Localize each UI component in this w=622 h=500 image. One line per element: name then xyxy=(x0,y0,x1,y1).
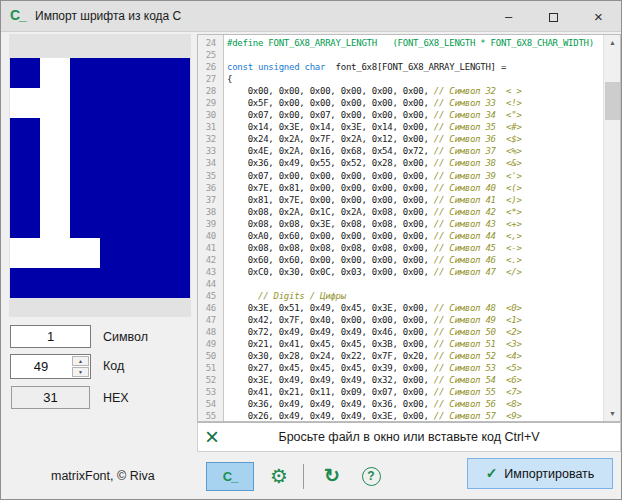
window-title: Импорт шрифта из кода C xyxy=(35,9,181,23)
code-line[interactable]: 33 0x4E, 0x2A, 0x16, 0x68, 0x54, 0x72, /… xyxy=(198,145,620,157)
pixel-cell xyxy=(10,238,40,268)
pixel-cell xyxy=(40,238,70,268)
glyph-pixel-grid xyxy=(10,58,190,298)
code-line[interactable]: 31 0x14, 0x3E, 0x14, 0x3E, 0x14, 0x00, /… xyxy=(198,121,620,133)
code-line[interactable]: 53 0x41, 0x21, 0x11, 0x09, 0x07, 0x00, /… xyxy=(198,386,620,398)
code-line[interactable]: 44 xyxy=(198,278,620,290)
code-line[interactable]: 28 0x00, 0x00, 0x00, 0x00, 0x00, 0x00, /… xyxy=(198,85,620,97)
code-line[interactable]: 24#define FONT_6X8_ARRAY_LENGTH (FONT_6X… xyxy=(198,37,620,49)
line-content: 0x27, 0x45, 0x45, 0x45, 0x39, 0x00, // С… xyxy=(220,362,522,374)
code-line[interactable]: 34 0x36, 0x49, 0x55, 0x52, 0x28, 0x00, /… xyxy=(198,157,620,169)
code-line[interactable]: 43 0xC0, 0x30, 0x0C, 0x03, 0x00, 0x00, /… xyxy=(198,266,620,278)
code-line[interactable]: 41 0x08, 0x08, 0x08, 0x08, 0x08, 0x00, /… xyxy=(198,242,620,254)
scroll-down-arrow[interactable]: ▼ xyxy=(604,406,621,421)
code-line[interactable]: 46 0x3E, 0x51, 0x49, 0x45, 0x3E, 0x00, /… xyxy=(198,302,620,314)
line-number: 39 xyxy=(198,218,220,230)
line-number: 36 xyxy=(198,182,220,194)
pixel-cell xyxy=(100,178,130,208)
line-content: 0x36, 0x49, 0x49, 0x49, 0x36, 0x00, // С… xyxy=(220,398,522,410)
pixel-cell xyxy=(10,208,40,238)
code-line[interactable]: 55 0x26, 0x49, 0x49, 0x49, 0x3E, 0x00, /… xyxy=(198,410,620,422)
maximize-button[interactable] xyxy=(531,1,576,32)
close-button[interactable]: × xyxy=(576,1,621,32)
refresh-icon[interactable]: ↻ xyxy=(318,462,346,491)
line-number: 44 xyxy=(198,278,220,290)
code-line[interactable]: 49 0x21, 0x41, 0x45, 0x45, 0x3B, 0x00, /… xyxy=(198,338,620,350)
settings-gear-icon[interactable]: ⚙ xyxy=(265,462,293,491)
line-number: 38 xyxy=(198,206,220,218)
line-number: 27 xyxy=(198,73,220,85)
code-line[interactable]: 39 0x08, 0x08, 0x3E, 0x08, 0x08, 0x00, /… xyxy=(198,218,620,230)
line-content: 0x72, 0x49, 0x49, 0x49, 0x46, 0x00, // С… xyxy=(220,326,522,338)
code-line[interactable]: 38 0x08, 0x2A, 0x1C, 0x2A, 0x08, 0x00, /… xyxy=(198,206,620,218)
line-content: 0x21, 0x41, 0x45, 0x45, 0x3B, 0x00, // С… xyxy=(220,338,522,350)
import-button-label: Импортировать xyxy=(504,467,594,481)
pixel-cell xyxy=(130,238,160,268)
code-line[interactable]: 37 0x81, 0x7E, 0x00, 0x00, 0x00, 0x00, /… xyxy=(198,194,620,206)
credit-text: matrixFont, © Riva xyxy=(51,469,155,483)
c-code-toggle-button[interactable]: C_ xyxy=(206,462,254,491)
vertical-scrollbar[interactable]: ▲ ▼ xyxy=(603,35,620,421)
line-content: 0x14, 0x3E, 0x14, 0x3E, 0x14, 0x00, // С… xyxy=(220,121,522,133)
code-line[interactable]: 51 0x27, 0x45, 0x45, 0x45, 0x39, 0x00, /… xyxy=(198,362,620,374)
spin-down-button[interactable]: ▼ xyxy=(72,367,89,377)
code-line[interactable]: 42 0x60, 0x60, 0x00, 0x00, 0x00, 0x00, /… xyxy=(198,254,620,266)
help-icon[interactable]: ? xyxy=(357,462,385,491)
code-text[interactable]: 24#define FONT_6X8_ARRAY_LENGTH (FONT_6X… xyxy=(198,37,620,422)
pixel-cell xyxy=(40,178,70,208)
code-line[interactable]: 48 0x72, 0x49, 0x49, 0x49, 0x46, 0x00, /… xyxy=(198,326,620,338)
code-line[interactable]: 52 0x3E, 0x49, 0x49, 0x49, 0x32, 0x00, /… xyxy=(198,374,620,386)
code-line[interactable]: 54 0x36, 0x49, 0x49, 0x49, 0x36, 0x00, /… xyxy=(198,398,620,410)
line-number: 33 xyxy=(198,145,220,157)
pixel-cell xyxy=(160,58,190,88)
code-line[interactable]: 50 0x30, 0x28, 0x24, 0x22, 0x7F, 0x20, /… xyxy=(198,350,620,362)
pixel-cell xyxy=(40,58,70,88)
code-line[interactable]: 30 0x07, 0x00, 0x07, 0x00, 0x00, 0x00, /… xyxy=(198,109,620,121)
line-number: 52 xyxy=(198,374,220,386)
minimize-button[interactable]: – xyxy=(486,1,531,32)
code-line[interactable]: 35 0x07, 0x00, 0x00, 0x00, 0x00, 0x00, /… xyxy=(198,170,620,182)
line-content: 0x08, 0x08, 0x3E, 0x08, 0x08, 0x00, // С… xyxy=(220,218,522,230)
help-question-glyph: ? xyxy=(362,467,381,486)
code-line[interactable]: 26const unsigned char font_6x8[FONT_6X8_… xyxy=(198,61,620,73)
line-number: 37 xyxy=(198,194,220,206)
code-line[interactable]: 27{ xyxy=(198,73,620,85)
code-input[interactable] xyxy=(11,355,71,378)
pixel-cell xyxy=(100,58,130,88)
pixel-cell xyxy=(100,118,130,148)
line-number: 25 xyxy=(198,49,220,61)
pixel-cell xyxy=(10,118,40,148)
line-number: 31 xyxy=(198,121,220,133)
pixel-cell xyxy=(100,238,130,268)
code-line[interactable]: 40 0xA0, 0x60, 0x00, 0x00, 0x00, 0x00, /… xyxy=(198,230,620,242)
line-content: 0x42, 0x7F, 0x40, 0x00, 0x00, 0x00, // С… xyxy=(220,314,522,326)
line-number: 28 xyxy=(198,85,220,97)
pixel-cell xyxy=(40,268,70,298)
code-line[interactable]: 36 0x7E, 0x81, 0x00, 0x00, 0x00, 0x00, /… xyxy=(198,182,620,194)
pixel-cell xyxy=(70,268,100,298)
pixel-cell xyxy=(70,58,100,88)
scrollbar-thumb[interactable] xyxy=(605,82,620,120)
line-number: 55 xyxy=(198,410,220,422)
line-number: 46 xyxy=(198,302,220,314)
hex-label: HEX xyxy=(103,391,129,405)
code-line[interactable]: 47 0x42, 0x7F, 0x40, 0x00, 0x00, 0x00, /… xyxy=(198,314,620,326)
code-line[interactable]: 32 0x24, 0x2A, 0x7F, 0x2A, 0x12, 0x00, /… xyxy=(198,133,620,145)
pixel-cell xyxy=(70,238,100,268)
pixel-cell xyxy=(130,118,160,148)
pixel-cell xyxy=(40,148,70,178)
code-line[interactable]: 29 0x5F, 0x00, 0x00, 0x00, 0x00, 0x00, /… xyxy=(198,97,620,109)
line-number: 49 xyxy=(198,338,220,350)
line-content: 0x30, 0x28, 0x24, 0x22, 0x7F, 0x20, // С… xyxy=(220,350,522,362)
scroll-up-arrow[interactable]: ▲ xyxy=(604,35,621,50)
code-line[interactable]: 25 xyxy=(198,49,620,61)
spin-up-button[interactable]: ▲ xyxy=(72,356,89,366)
code-editor[interactable]: 24#define FONT_6X8_ARRAY_LENGTH (FONT_6X… xyxy=(197,34,621,422)
symbol-input[interactable] xyxy=(10,325,91,348)
import-button[interactable]: ✓Импортировать xyxy=(467,458,613,489)
line-content xyxy=(220,278,227,290)
code-line[interactable]: 45 // Digits / Цифры xyxy=(198,290,620,302)
line-content: 0x07, 0x00, 0x07, 0x00, 0x00, 0x00, // С… xyxy=(220,109,522,121)
line-number: 40 xyxy=(198,230,220,242)
drop-hint-bar: × Бросьте файл в окно или вставьте код C… xyxy=(197,422,621,452)
